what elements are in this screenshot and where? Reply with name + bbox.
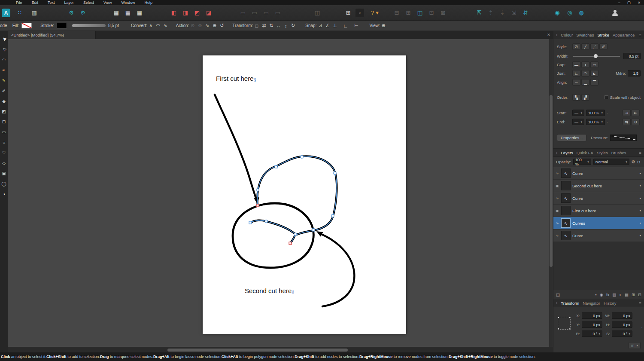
arrange-to-back-icon[interactable]: ⇲ — [510, 9, 518, 17]
tab-brushes[interactable]: Brushes — [611, 150, 626, 155]
align-inside-icon[interactable]: ▁ — [581, 79, 589, 86]
tab-layers[interactable]: Layers — [561, 150, 573, 155]
edit-in-photo-icon[interactable]: ◫ — [416, 9, 424, 17]
menu-window[interactable]: Window — [116, 0, 140, 5]
menu-view[interactable]: View — [99, 0, 116, 5]
layer-visibility-dot[interactable]: ● — [639, 234, 642, 237]
panel-menu-icon[interactable]: ≡ — [639, 150, 641, 155]
close-button[interactable]: ✕ — [638, 0, 641, 5]
layer-thumbnail[interactable] — [561, 206, 571, 215]
account-icon[interactable] — [611, 9, 619, 17]
round-cap-icon[interactable]: ◖ — [581, 61, 589, 68]
mask-layer-icon[interactable]: ▨ — [612, 292, 616, 297]
preferences-gear-icon[interactable]: ⚙ — [67, 9, 76, 17]
menu-text[interactable]: Text — [43, 0, 60, 5]
menu-file[interactable]: File — [11, 0, 27, 5]
document-page[interactable]: First cut here§ Second cut here§ — [203, 55, 406, 334]
snapping-preset-box[interactable]: ▫ — [355, 9, 364, 17]
blend-options-gear-icon[interactable]: ⚙ — [632, 159, 635, 164]
butt-cap-icon[interactable]: ▬ — [572, 61, 580, 68]
menu-edit[interactable]: Edit — [27, 0, 43, 5]
transparency-tool[interactable]: ◩ — [0, 107, 7, 116]
help-icon[interactable]: ? ▾ — [368, 9, 381, 17]
rectangle-tool[interactable]: ▭ — [0, 127, 7, 137]
app-logo[interactable]: A — [2, 9, 10, 17]
vector-crop-tool[interactable]: ⊡ — [0, 117, 7, 126]
Curve[interactable]: ∿ ∿ Curve ● — [553, 229, 644, 242]
panel-menu-icon[interactable]: ≡ — [639, 33, 641, 37]
new-layer-icon[interactable]: ⊞ — [632, 292, 635, 297]
horizontal-scrollbar-thumb[interactable] — [167, 349, 348, 352]
pencil-tool[interactable]: ✎ — [0, 76, 7, 85]
colour-selector-tool[interactable]: ◑ — [0, 189, 7, 199]
panel-grip[interactable]: ‖ — [556, 151, 557, 155]
scale-v-icon[interactable]: ↕ — [282, 22, 289, 29]
layer-visibility-dot[interactable]: ● — [639, 209, 642, 212]
layer-visibility-dot[interactable]: ● — [639, 197, 642, 199]
snapping-toggle-icon[interactable]: ⊞ — [344, 9, 352, 17]
arrange-to-front-icon[interactable]: ⇱ — [475, 9, 483, 17]
snap-perpendicular-icon[interactable]: ⊢ — [352, 22, 360, 29]
grid-table-icon[interactable]: ▦ — [124, 9, 132, 17]
transform-field-value[interactable]: 0 px — [582, 321, 602, 328]
arrange-backward-icon[interactable]: ⇣ — [498, 9, 507, 17]
action-break-curve-icon[interactable]: ⊗ — [196, 22, 204, 29]
tab-transform[interactable]: Transform — [561, 301, 579, 306]
flip-horizontal-icon[interactable]: ⇄ — [260, 22, 267, 29]
adjustment-icon[interactable]: ◉ — [600, 292, 603, 297]
boolean-divide-icon[interactable]: ◪ — [204, 9, 213, 17]
first-cut-text-object[interactable]: First cut here§ — [216, 75, 256, 82]
boolean-subtract-icon[interactable]: ◨ — [181, 9, 190, 17]
width-slider[interactable] — [573, 53, 620, 59]
align-centre-icon[interactable]: ─ — [572, 79, 580, 86]
panel-grip[interactable]: ‖ — [556, 301, 557, 305]
document-stats-icon[interactable]: ▥ — [30, 9, 39, 17]
fill-tool[interactable]: ◆ — [0, 96, 7, 106]
solid-stroke-icon[interactable]: ╱ — [581, 43, 589, 50]
tab-colour[interactable]: Colour — [561, 33, 573, 37]
layer-visibility-dot[interactable]: ● — [639, 184, 642, 187]
brush-stroke-icon[interactable]: ✐ — [599, 43, 608, 50]
boolean-add-icon[interactable]: ◧ — [170, 9, 178, 17]
export-persona-icon[interactable]: ◍ — [577, 9, 586, 17]
swap-ends-icon[interactable]: ⇆ — [623, 119, 631, 125]
stroke-in-front-icon[interactable]: ▞ — [581, 94, 589, 101]
arrowhead-end-icon[interactable]: ⇤ — [632, 110, 640, 116]
Second cut here[interactable]: ▣ Second cut here ● — [553, 180, 644, 192]
canvas-area[interactable]: First cut here§ Second cut here§ — [8, 39, 553, 347]
pressure-graph[interactable] — [610, 135, 637, 141]
tab-history[interactable]: History — [604, 301, 617, 306]
width-value-box[interactable]: 8,5 pt — [623, 53, 641, 59]
scale-with-object-checkbox[interactable] — [605, 95, 608, 99]
round-join-icon[interactable]: ◠ — [581, 70, 589, 76]
lock-icon[interactable]: ◘ — [638, 159, 640, 164]
blend-mode-dropdown[interactable]: Normal▾ — [593, 159, 629, 165]
tab-appearance[interactable]: Appearance — [613, 33, 635, 37]
Curve[interactable]: ∿ ∿ Curve ● — [553, 192, 644, 204]
snap-construct-icon[interactable]: ⊥ — [331, 22, 338, 29]
vertical-scrollbar[interactable] — [549, 39, 553, 347]
action-smooth-icon[interactable]: ∿ — [204, 22, 211, 29]
text-overflow-marker[interactable]: § — [292, 290, 294, 294]
width-slider-thumb[interactable] — [594, 54, 598, 58]
snap-off-curve-icon[interactable]: ∠ — [324, 22, 331, 29]
reverse-curve-icon[interactable]: ↺ — [632, 119, 640, 125]
stroke-width-preview[interactable] — [72, 24, 106, 27]
convert-smart-icon[interactable]: ∿ — [162, 22, 169, 29]
designer-persona-icon[interactable]: ◉ — [553, 9, 562, 17]
action-close-curve-icon[interactable]: ⊘ — [189, 22, 196, 29]
rotate-left-icon[interactable]: ⊡ — [427, 9, 436, 17]
boolean-intersect-icon[interactable]: ◩ — [193, 9, 201, 17]
duplicate-layer-icon[interactable]: ◫ — [556, 292, 560, 297]
convert-smooth-icon[interactable]: ◠ — [155, 22, 162, 29]
First cut here[interactable]: ▣ First cut here ● — [553, 205, 644, 217]
stroke-width-value[interactable]: 8,5 pt — [108, 23, 119, 28]
selection-box-icon[interactable]: ⊟ — [392, 9, 401, 17]
vertical-scrollbar-thumb[interactable] — [550, 95, 553, 267]
close-document-icon[interactable]: ✕ — [544, 31, 553, 39]
pen-tool[interactable]: ✒ — [0, 65, 7, 75]
flip-vertical-icon[interactable]: ⇅ — [267, 22, 275, 29]
shape-tool[interactable]: ◇ — [0, 158, 7, 168]
tab-quick-fx[interactable]: Quick FX — [577, 150, 593, 155]
sync-link-icon[interactable]: ∶ — [607, 111, 608, 115]
